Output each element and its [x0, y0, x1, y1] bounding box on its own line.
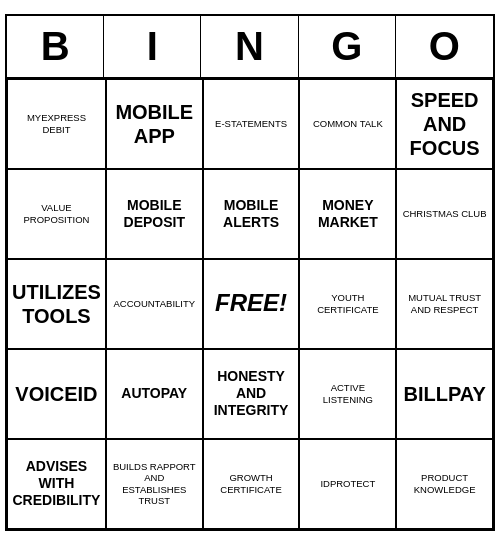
bingo-card: BINGO MYEXPRESS DEBITMOBILE APPE-STATEME… — [5, 14, 495, 531]
bingo-cell-1: MOBILE APP — [106, 79, 203, 169]
bingo-cell-9: CHRISTMAS CLUB — [396, 169, 493, 259]
bingo-cell-2: E-STATEMENTS — [203, 79, 300, 169]
bingo-grid: MYEXPRESS DEBITMOBILE APPE-STATEMENTSCOM… — [7, 79, 493, 529]
header-letter-b: B — [7, 16, 104, 77]
header-letter-g: G — [299, 16, 396, 77]
header-letter-n: N — [201, 16, 298, 77]
bingo-cell-22: GROWTH CERTIFICATE — [203, 439, 300, 529]
bingo-cell-21: BUILDS RAPPORT AND ESTABLISHES TRUST — [106, 439, 203, 529]
bingo-cell-10: UTILIZES TOOLS — [7, 259, 106, 349]
header-letter-o: O — [396, 16, 493, 77]
bingo-cell-23: IDPROTECT — [299, 439, 396, 529]
bingo-cell-20: ADVISES WITH CREDIBILITY — [7, 439, 106, 529]
bingo-cell-15: VOICEID — [7, 349, 106, 439]
bingo-cell-8: MONEY MARKET — [299, 169, 396, 259]
bingo-cell-0: MYEXPRESS DEBIT — [7, 79, 106, 169]
bingo-cell-7: MOBILE ALERTS — [203, 169, 300, 259]
bingo-cell-17: HONESTY AND INTEGRITY — [203, 349, 300, 439]
bingo-cell-24: PRODUCT KNOWLEDGE — [396, 439, 493, 529]
header-letter-i: I — [104, 16, 201, 77]
bingo-cell-14: MUTUAL TRUST AND RESPECT — [396, 259, 493, 349]
bingo-cell-18: ACTIVE LISTENING — [299, 349, 396, 439]
bingo-header: BINGO — [7, 16, 493, 79]
bingo-cell-12: Free! — [203, 259, 300, 349]
bingo-cell-11: ACCOUNTABILITY — [106, 259, 203, 349]
bingo-cell-6: MOBILE DEPOSIT — [106, 169, 203, 259]
bingo-cell-16: AUTOPAY — [106, 349, 203, 439]
bingo-cell-5: VALUE PROPOSITION — [7, 169, 106, 259]
bingo-cell-3: COMMON TALK — [299, 79, 396, 169]
bingo-cell-19: BILLPAY — [396, 349, 493, 439]
bingo-cell-4: SPEED AND FOCUS — [396, 79, 493, 169]
bingo-cell-13: YOUTH CERTIFICATE — [299, 259, 396, 349]
